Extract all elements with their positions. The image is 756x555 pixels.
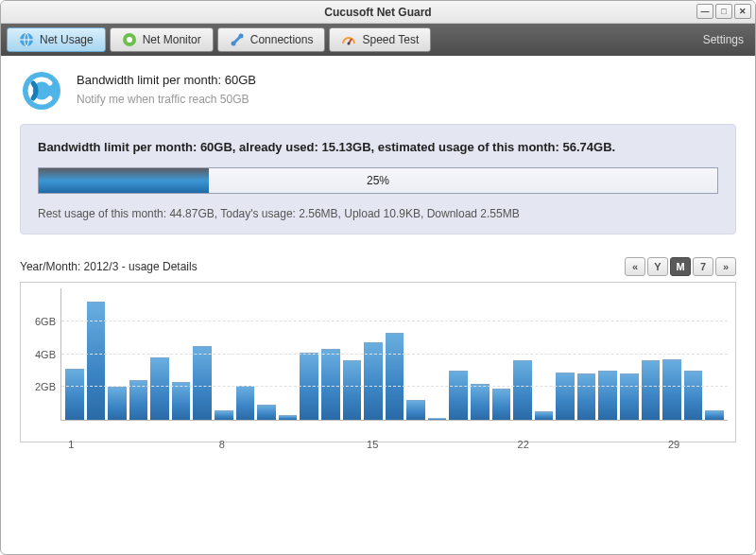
tab-label: Net Monitor xyxy=(143,33,201,46)
titlebar: Cucusoft Net Guard — □ ✕ xyxy=(1,1,755,24)
link-icon xyxy=(230,32,245,47)
range-last-button[interactable]: » xyxy=(715,257,736,276)
details-label: Year/Month: 2012/3 - usage Details xyxy=(20,260,198,273)
range-year-button[interactable]: Y xyxy=(647,257,668,276)
chart-bars xyxy=(61,288,728,420)
settings-link[interactable]: Settings xyxy=(703,33,749,46)
tab-connections[interactable]: Connections xyxy=(217,27,326,52)
tab-label: Net Usage xyxy=(40,33,94,46)
range-controls: « Y M 7 » xyxy=(625,257,736,276)
app-logo-icon xyxy=(20,69,63,113)
chart-bar xyxy=(236,386,255,420)
chart-bar xyxy=(449,371,468,420)
chart-bar xyxy=(343,360,362,420)
svg-point-3 xyxy=(231,42,235,46)
close-button[interactable]: ✕ xyxy=(734,4,751,19)
chart-bar xyxy=(684,371,703,420)
chart-bar xyxy=(535,411,554,420)
chart-bar xyxy=(257,405,276,420)
details-header-row: Year/Month: 2012/3 - usage Details « Y M… xyxy=(20,257,736,276)
window-controls: — □ ✕ xyxy=(696,4,751,19)
chart-x-tick: 22 xyxy=(518,439,529,450)
app-window: Cucusoft Net Guard — □ ✕ Net Usage Net M… xyxy=(0,0,756,555)
monitor-icon xyxy=(122,32,137,47)
gauge-icon xyxy=(341,32,356,47)
maximize-button[interactable]: □ xyxy=(715,4,732,19)
svg-point-4 xyxy=(238,34,243,39)
chart-x-tick: 1 xyxy=(68,439,74,450)
notify-threshold-text: Notify me when traffic reach 50GB xyxy=(77,93,256,106)
chart-bar xyxy=(620,373,639,420)
tab-label: Connections xyxy=(250,33,314,46)
progress-bar: 25% xyxy=(38,167,718,194)
chart-bar xyxy=(642,360,661,420)
tab-speed-test[interactable]: Speed Test xyxy=(329,27,431,52)
chart-bar xyxy=(193,346,212,420)
window-title: Cucusoft Net Guard xyxy=(324,6,431,19)
chart-bar xyxy=(108,387,127,420)
chart-y-tick: 4GB xyxy=(35,349,61,360)
usage-chart: 2GB4GB6GB 18152229 xyxy=(20,282,736,442)
tab-net-usage[interactable]: Net Usage xyxy=(7,27,106,52)
chart-bar xyxy=(87,302,106,420)
chart-bar xyxy=(215,410,233,420)
tab-label: Speed Test xyxy=(362,33,419,46)
chart-x-tick: 29 xyxy=(668,439,679,450)
summary-title: Bandwidth limit per month: 60GB, already… xyxy=(38,140,718,154)
tab-net-monitor[interactable]: Net Monitor xyxy=(110,27,214,52)
chart-bar xyxy=(279,415,298,420)
range-first-button[interactable]: « xyxy=(625,257,645,276)
minimize-button[interactable]: — xyxy=(696,4,713,19)
range-week-button[interactable]: 7 xyxy=(693,257,713,276)
chart-bar xyxy=(577,373,596,420)
header-row: Bandwidth limit per month: 60GB Notify m… xyxy=(20,69,736,113)
chart-plot-area: 2GB4GB6GB xyxy=(60,288,728,421)
chart-bar xyxy=(598,371,617,420)
chart-bar xyxy=(705,410,724,420)
chart-x-tick: 15 xyxy=(367,439,378,450)
chart-y-tick: 2GB xyxy=(35,381,61,392)
chart-bar xyxy=(406,400,425,420)
chart-bar xyxy=(513,360,532,420)
chart-bar xyxy=(492,389,511,420)
progress-label: 25% xyxy=(39,168,717,193)
content-area: Bandwidth limit per month: 60GB Notify m… xyxy=(1,56,755,554)
bandwidth-limit-text: Bandwidth limit per month: 60GB xyxy=(77,73,256,87)
svg-point-2 xyxy=(127,37,132,43)
chart-bar xyxy=(471,384,490,420)
chart-bar xyxy=(556,373,575,420)
chart-bar xyxy=(65,369,84,420)
range-month-button[interactable]: M xyxy=(670,257,691,276)
chart-bar xyxy=(364,342,383,420)
chart-x-tick: 8 xyxy=(219,439,225,450)
chart-bar xyxy=(662,359,681,420)
svg-point-5 xyxy=(348,43,351,45)
chart-bar xyxy=(428,418,447,420)
chart-bar xyxy=(386,333,404,420)
chart-y-tick: 6GB xyxy=(35,316,61,327)
chart-bar xyxy=(172,382,191,420)
summary-panel: Bandwidth limit per month: 60GB, already… xyxy=(20,124,736,234)
usage-rest-line: Rest usage of this month: 44.87GB, Today… xyxy=(38,207,718,220)
chart-bar xyxy=(321,349,340,420)
toolbar: Net Usage Net Monitor Connections Speed … xyxy=(1,24,755,56)
globe-icon xyxy=(19,32,34,47)
chart-bar xyxy=(150,357,169,420)
header-text: Bandwidth limit per month: 60GB Notify m… xyxy=(77,69,256,106)
